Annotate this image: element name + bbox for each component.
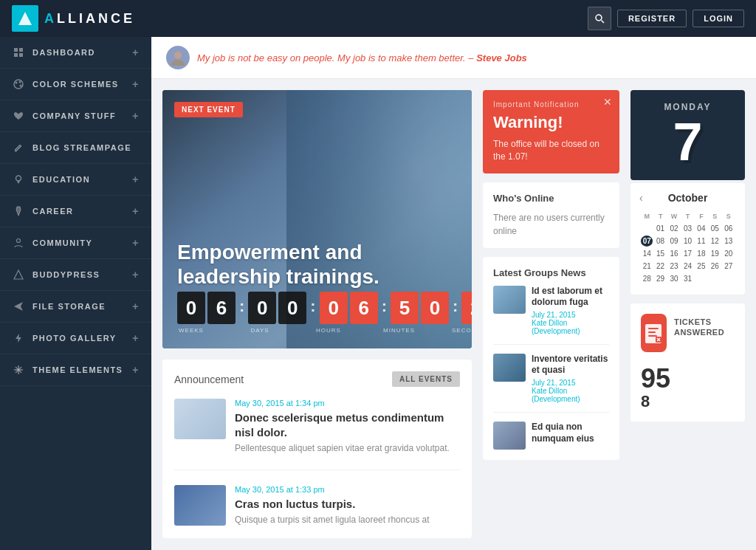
cal-day[interactable]: 29 — [654, 273, 666, 284]
sidebar-item-community[interactable]: COMMUNITY + — [0, 227, 151, 259]
cal-day[interactable]: 06 — [723, 223, 735, 234]
cal-day[interactable]: - — [695, 273, 707, 284]
cal-day[interactable]: - — [723, 273, 735, 284]
lightning-icon — [12, 331, 25, 345]
cal-day[interactable]: - — [641, 223, 653, 234]
sidebar-label-color-schemes: COLOR SCHEMES — [32, 80, 119, 89]
countdown-hours-1: 0 — [320, 292, 348, 324]
calendar-prev-button[interactable]: ‹ — [639, 192, 643, 204]
svg-point-15 — [17, 239, 21, 243]
cal-day[interactable]: 24 — [681, 261, 693, 272]
cal-day[interactable]: 01 — [654, 223, 666, 234]
group-date: July 21, 2015 — [532, 379, 609, 387]
quote-bar: My job is not be easy on people. My job … — [151, 37, 756, 79]
group-thumbnail — [493, 286, 526, 314]
cal-header-s2: S — [723, 211, 735, 221]
cal-day[interactable]: 22 — [654, 261, 666, 272]
cal-day[interactable]: 12 — [709, 236, 721, 247]
cal-day[interactable]: 25 — [695, 261, 707, 272]
cal-day[interactable]: 11 — [695, 236, 707, 247]
countdown-weeks-1: 0 — [177, 292, 205, 324]
cal-day[interactable]: 28 — [641, 273, 653, 284]
sidebar-label-buddypress: BUDDYPRESS — [32, 270, 100, 279]
group-title: Ed quia non numquam eius — [532, 422, 609, 444]
svg-rect-4 — [19, 48, 23, 52]
notification-close[interactable]: ✕ — [603, 96, 612, 108]
cal-day[interactable]: 07 — [641, 236, 653, 247]
login-button[interactable]: LOGIN — [693, 10, 744, 27]
group-title: Inventore veritatis et quasi — [532, 354, 609, 377]
cal-header-t: T — [654, 211, 666, 221]
svg-rect-24 — [648, 328, 659, 329]
cal-day[interactable]: 02 — [668, 223, 680, 234]
cal-day[interactable]: 05 — [709, 223, 721, 234]
cal-day[interactable]: 30 — [668, 273, 680, 284]
svg-point-1 — [596, 15, 602, 21]
sidebar-item-career[interactable]: CAREER + — [0, 196, 151, 227]
calendar-grid: M T W T F S S - — [639, 210, 736, 286]
community-icon — [12, 236, 25, 250]
announcement-item: May 30, 2015 at 1:34 pm Donec scelerisqu… — [174, 399, 460, 470]
cal-day[interactable]: 10 — [681, 236, 693, 247]
sidebar-label-community: COMMUNITY — [32, 238, 92, 247]
sidebar-item-dashboard[interactable]: DASHBOARD + — [0, 37, 151, 69]
cal-day[interactable]: 04 — [695, 223, 707, 234]
sidebar-item-photo-gallery[interactable]: PHOTO GALLERY + — [0, 323, 151, 354]
avatar — [166, 46, 190, 69]
triangle-icon — [12, 268, 25, 281]
sidebar-item-color-schemes[interactable]: COLOR SCHEMES + — [0, 69, 151, 100]
cal-day[interactable]: 15 — [654, 248, 666, 259]
cal-day[interactable]: 27 — [723, 261, 735, 272]
countdown-sep-3: : — [380, 297, 388, 316]
sidebar-item-education[interactable]: EDUCATION + — [0, 164, 151, 196]
cal-day[interactable]: 13 — [723, 236, 735, 247]
tickets-icon — [641, 314, 667, 352]
cal-day[interactable]: 31 — [681, 273, 693, 284]
three-col-layout: NEXT EVENT Empowerment and leadership tr… — [151, 79, 756, 549]
notification-title: Warning! — [493, 113, 609, 132]
search-button[interactable] — [588, 7, 611, 30]
whos-online-title: Who's Online — [493, 193, 609, 204]
heart-icon — [12, 109, 25, 123]
sidebar-item-file-storage[interactable]: FILE STORAGE + — [0, 291, 151, 323]
sidebar-item-blog-streampage[interactable]: BLOG STREAMPAGE — [0, 132, 151, 164]
grid-icon — [12, 46, 25, 59]
group-item: Id est laborum et dolorum fuga July 21, … — [493, 286, 609, 345]
announcement-body: Quisque a turpis sit amet ligula laoreet… — [235, 514, 460, 526]
cal-day[interactable]: 21 — [641, 261, 653, 272]
svg-point-21 — [174, 52, 182, 59]
sidebar-label-career: CAREER — [32, 207, 73, 216]
sidebar-label-company-stuff: COMPANY STUFF — [32, 111, 116, 120]
cal-day[interactable]: 03 — [681, 223, 693, 234]
sidebar-label-education: EDUCATION — [32, 175, 90, 184]
cal-day[interactable]: 20 — [723, 248, 735, 259]
cal-day[interactable]: 17 — [681, 248, 693, 259]
cal-day[interactable]: 23 — [668, 261, 680, 272]
sidebar-item-company-stuff[interactable]: COMPANY STUFF + — [0, 100, 151, 132]
cal-day[interactable]: 14 — [641, 248, 653, 259]
countdown-sep-4: : — [451, 297, 459, 316]
logo-text: ALLIANCE — [44, 11, 135, 27]
plus-icon: + — [132, 364, 140, 376]
cal-day[interactable]: - — [709, 273, 721, 284]
sidebar-item-buddypress[interactable]: BUDDYPRESS + — [0, 259, 151, 291]
svg-point-12 — [16, 176, 21, 181]
group-author: Kate Dillon (Development) — [532, 319, 609, 335]
cal-day[interactable]: 09 — [668, 236, 680, 247]
register-button[interactable]: REGISTER — [617, 10, 687, 27]
all-events-button[interactable]: ALL EVENTS — [392, 371, 460, 387]
cal-day[interactable]: 26 — [709, 261, 721, 272]
cal-day[interactable]: 19 — [709, 248, 721, 259]
group-title: Id est laborum et dolorum fuga — [532, 286, 609, 309]
calendar-month: October — [668, 192, 708, 204]
notification-label: Important Notification — [493, 100, 609, 109]
group-item: Inventore veritatis et quasi July 21, 20… — [493, 354, 609, 413]
group-date: July 21, 2015 — [532, 311, 609, 319]
sidebar-label-blog-streampage: BLOG STREAMPAGE — [32, 143, 131, 152]
cal-day[interactable]: 16 — [668, 248, 680, 259]
announcement-date: May 30, 2015 at 1:33 pm — [235, 485, 460, 494]
cal-day[interactable]: 08 — [654, 236, 666, 247]
countdown-seconds-label: SECONDS — [452, 327, 472, 334]
cal-day[interactable]: 18 — [695, 248, 707, 259]
sidebar-item-theme-elements[interactable]: THEME ELEMENTS + — [0, 354, 151, 386]
